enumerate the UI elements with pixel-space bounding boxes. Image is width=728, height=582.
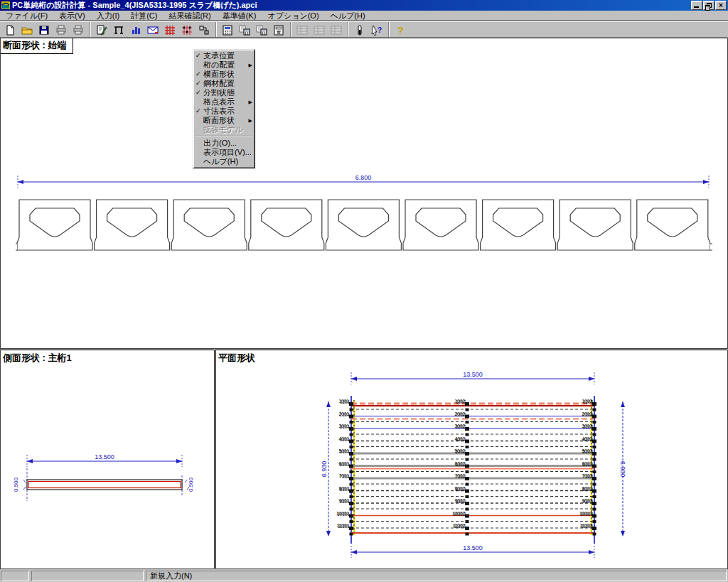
steel-grid-icon	[164, 25, 176, 36]
svg-text:5103: 5103	[583, 449, 594, 454]
menu-item-results[interactable]: 結果確認(R)	[163, 10, 216, 22]
checkmark-icon: ✓	[196, 79, 201, 88]
svg-text:7101: 7101	[340, 474, 350, 479]
submenu-arrow-icon: ▶	[249, 60, 252, 70]
svg-text:11101: 11101	[338, 524, 350, 529]
svg-text:1103: 1103	[583, 399, 593, 404]
svg-text:8102: 8102	[456, 487, 466, 492]
menu-item-help[interactable]: ヘルプ(H)	[325, 10, 371, 22]
girder-shape-button[interactable]	[110, 23, 127, 38]
context-menu-item-5[interactable]: 格点表示▶	[194, 97, 254, 107]
svg-text:10103: 10103	[580, 512, 593, 517]
save-file-icon	[38, 25, 50, 36]
load-input-icon	[130, 25, 141, 36]
context-menu-item-11[interactable]: ヘルプ(H)	[194, 157, 254, 166]
toolbar-group-5	[392, 22, 412, 38]
context-help-button[interactable]	[368, 23, 385, 38]
context-menu-item-2[interactable]: ✓横面形状	[194, 70, 254, 79]
new-file-button[interactable]	[1, 23, 18, 38]
load-input-button[interactable]	[127, 23, 144, 38]
restore-button[interactable]	[703, 1, 714, 10]
checkmark-icon: ✓	[196, 51, 201, 60]
save-file-button[interactable]	[36, 23, 53, 38]
node-link-button[interactable]	[196, 23, 213, 38]
svg-text:5102: 5102	[456, 449, 466, 454]
side-shape-panel: 側面形状 : 主桁1 13.5000.5000.500	[0, 350, 215, 569]
window-title: PC単純桁の設計計算 - Sample_4(JISA5313-1995 スラブ橋…	[12, 1, 691, 9]
toolbar	[0, 21, 728, 38]
girder-shape-icon	[113, 25, 124, 36]
basic-input-button[interactable]	[93, 23, 110, 38]
toolbar-group-1	[93, 22, 216, 38]
context-help-icon	[371, 25, 382, 36]
toolbar-group-3	[294, 22, 348, 38]
svg-text:13.500: 13.500	[463, 544, 483, 551]
side-panel-title: 側面形状 : 主桁1	[1, 350, 214, 365]
svg-text:11103: 11103	[581, 524, 593, 529]
calc-doc1-button[interactable]	[236, 23, 253, 38]
svg-text:10102: 10102	[453, 512, 466, 517]
checkmark-icon: ✓	[196, 107, 201, 116]
close-button[interactable]: ×	[715, 1, 727, 10]
svg-text:6.930: 6.930	[321, 461, 328, 478]
svg-text:6102: 6102	[456, 462, 466, 467]
context-menu-item-8: 拡張モデル	[194, 125, 254, 134]
svg-text:7103: 7103	[583, 474, 594, 479]
basic-input-icon	[96, 25, 107, 36]
menu-item-calc[interactable]: 計算(C)	[125, 10, 163, 22]
svg-text:10101: 10101	[337, 512, 350, 517]
context-menu-item-7[interactable]: 断面形状▶	[194, 116, 254, 125]
calc-exec-button[interactable]	[219, 23, 236, 38]
submenu-arrow-icon: ▶	[249, 97, 252, 107]
svg-text:0.500: 0.500	[188, 477, 194, 492]
context-menu-item-4[interactable]: ✓分割状態	[194, 88, 254, 97]
menu-item-file[interactable]: ファイル(F)	[0, 10, 53, 22]
context-menu-item-10[interactable]: 表示項目(V)...	[194, 148, 254, 157]
calc-grid-icon	[273, 25, 284, 36]
print-button	[53, 23, 70, 38]
print-preview-button	[70, 23, 87, 38]
svg-text:6103: 6103	[583, 462, 594, 467]
menu-item-options[interactable]: オプション(O)	[262, 10, 324, 22]
open-file-icon	[21, 25, 33, 36]
steel-detail-button[interactable]	[178, 23, 196, 38]
svg-text:4101: 4101	[340, 437, 350, 442]
print-preview-icon	[73, 25, 84, 36]
svg-text:2101: 2101	[340, 412, 350, 417]
svg-text:0.500: 0.500	[13, 477, 19, 492]
gauge-button[interactable]	[351, 23, 368, 38]
menu-item-view[interactable]: 表示(V)	[53, 10, 91, 22]
status-cell-1	[31, 571, 144, 581]
context-menu-item-3[interactable]: ✓鋼材配置	[194, 79, 254, 88]
plan-shape-panel: 平面形状 13.50013.5006.9306.9301001110110021…	[215, 350, 728, 569]
menu-bar: ファイル(F)表示(V)入力(I)計算(C)結果確認(R)基準値(K)オプション…	[0, 11, 728, 21]
context-menu-item-1[interactable]: 桁の配置▶	[194, 60, 254, 70]
status-bar: 新規入力(N)	[0, 569, 728, 582]
minimize-button[interactable]	[691, 1, 702, 10]
checkmark-icon: ✓	[196, 70, 201, 79]
section-input-button[interactable]	[144, 23, 161, 38]
calc-doc2-button[interactable]	[253, 23, 270, 38]
menu-item-standards[interactable]: 基準値(K)	[217, 10, 262, 22]
open-file-button[interactable]	[18, 23, 36, 38]
help-button[interactable]	[392, 23, 409, 38]
title-bar: PC単純桁の設計計算 - Sample_4(JISA5313-1995 スラブ橋…	[0, 0, 728, 11]
svg-text:11102: 11102	[454, 524, 466, 529]
result-table2-button	[311, 23, 328, 38]
toolbar-group-4	[351, 22, 389, 38]
svg-text:5101: 5101	[340, 449, 350, 454]
context-menu-item-6[interactable]: ✓寸法表示	[194, 107, 254, 116]
svg-text:9101: 9101	[340, 499, 350, 504]
context-menu-item-9[interactable]: 出力(O)...	[194, 139, 254, 148]
calc-grid-button[interactable]	[270, 23, 287, 38]
svg-text:9102: 9102	[456, 499, 466, 504]
menu-item-input[interactable]: 入力(I)	[91, 10, 125, 22]
calc-doc2-icon	[256, 25, 267, 36]
svg-text:13.500: 13.500	[95, 453, 114, 460]
app-icon	[1, 1, 10, 9]
context-menu-item-0[interactable]: ✓支承位置	[194, 51, 254, 60]
steel-grid-button[interactable]	[161, 23, 178, 38]
svg-text:4102: 4102	[456, 437, 466, 442]
section-shape-panel: 断面形状 : 始端 6.800	[0, 38, 728, 349]
svg-text:6101: 6101	[340, 462, 350, 467]
